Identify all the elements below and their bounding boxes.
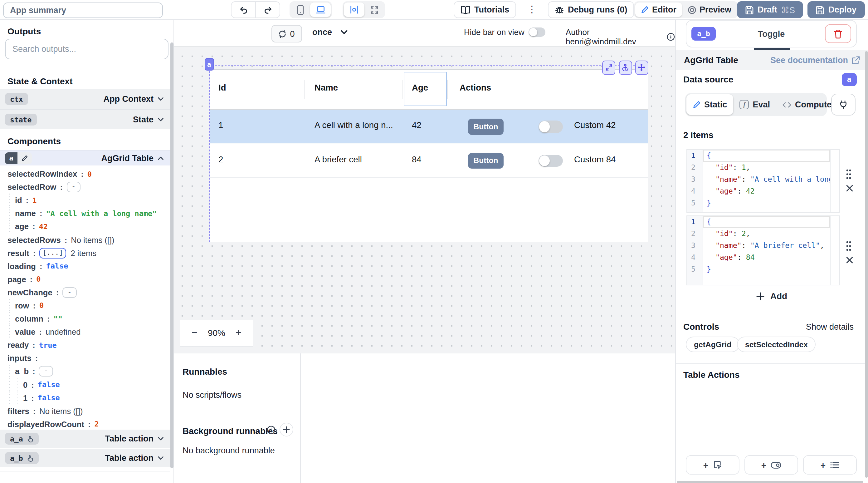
output-row[interactable]: page : 0 xyxy=(0,273,170,286)
undo-button[interactable] xyxy=(231,2,256,18)
app-summary-input[interactable] xyxy=(3,2,163,18)
more-menu-button[interactable]: ⋮ xyxy=(527,4,537,15)
output-expand-button[interactable]: - xyxy=(62,287,76,298)
center-align-button[interactable] xyxy=(344,2,365,17)
info-icon[interactable] xyxy=(666,32,675,41)
json-editor-item-1[interactable]: 1 { 2 "id": 1, 3 "name": "A cell with a … xyxy=(686,149,840,213)
output-row[interactable]: column : "" xyxy=(0,312,170,325)
mode-compute[interactable]: Compute xyxy=(776,94,838,115)
redo-button[interactable] xyxy=(256,2,280,18)
column-header-age[interactable]: Age xyxy=(412,83,428,92)
hide-bar-toggle[interactable] xyxy=(529,28,546,37)
horizontal-scrollbar[interactable] xyxy=(677,481,863,483)
output-row[interactable]: 0 : false xyxy=(0,378,170,391)
add-button-action-button[interactable]: + xyxy=(686,455,740,475)
output-row[interactable]: age : 42 xyxy=(0,220,170,233)
refresh-count-button[interactable]: 0 xyxy=(271,25,302,42)
editor-tab[interactable]: Editor xyxy=(635,2,682,17)
connect-button[interactable] xyxy=(831,94,855,115)
row-action-button[interactable]: Button xyxy=(468,153,503,169)
mode-static[interactable]: Static xyxy=(686,94,734,115)
deploy-button[interactable]: Deploy xyxy=(807,1,865,18)
output-row[interactable]: 1 : false xyxy=(0,391,170,404)
info-icon[interactable] xyxy=(266,425,276,434)
ctx-row[interactable]: ctx App Context xyxy=(0,89,170,109)
expand-canvas-button[interactable] xyxy=(365,2,384,17)
table-row[interactable]: 2 A briefer cell 84 Button Custom 84 xyxy=(209,144,647,178)
mode-static-label: Static xyxy=(704,100,727,109)
output-expand-button[interactable]: [...] xyxy=(39,248,66,258)
list-icon xyxy=(830,461,839,469)
mode-eval[interactable]: f Eval xyxy=(734,94,777,115)
component-move-button[interactable] xyxy=(635,60,648,75)
add-toggle-action-button[interactable]: + xyxy=(744,455,798,475)
zoom-out-button[interactable]: − xyxy=(192,328,197,339)
remove-item-button[interactable] xyxy=(845,256,854,264)
table-row[interactable]: 1 A cell with a long n... 42 Button Cust… xyxy=(209,110,647,144)
control-setselectedindex-button[interactable]: setSelectedIndex xyxy=(737,337,816,352)
add-select-action-button[interactable]: + xyxy=(803,455,857,475)
row-action-toggle[interactable] xyxy=(538,120,562,133)
output-row[interactable]: result : [...] 2 items xyxy=(0,246,170,259)
output-row[interactable]: selectedRow : - xyxy=(0,180,170,194)
output-row[interactable]: inputs : xyxy=(0,352,170,365)
chevron-down-icon xyxy=(157,435,164,442)
output-row[interactable]: loading : false xyxy=(0,259,170,273)
table-action-card[interactable]: Toggle a_b xyxy=(686,20,857,48)
output-expand-button[interactable]: - xyxy=(66,182,81,192)
add-background-runnable-button[interactable] xyxy=(279,423,293,436)
add-item-button[interactable]: Add xyxy=(676,291,868,301)
components-title: Components xyxy=(7,136,61,146)
show-details-link[interactable]: Show details xyxy=(806,322,854,332)
delete-action-button[interactable] xyxy=(825,24,851,43)
preview-icon xyxy=(688,5,696,14)
output-row[interactable]: displayedRowCount : 2 xyxy=(0,418,170,431)
refresh-mode-dropdown[interactable]: once xyxy=(312,27,348,37)
output-row[interactable]: value : undefined xyxy=(0,325,170,338)
component-header-row[interactable]: a AgGrid Table xyxy=(0,150,170,166)
output-row[interactable]: id : 1 xyxy=(0,194,170,207)
drag-handle-icon[interactable] xyxy=(845,169,855,180)
mode-eval-label: Eval xyxy=(753,100,770,109)
see-documentation-link[interactable]: See documentation xyxy=(770,55,860,65)
json-editor-item-2[interactable]: 1 { 2 "id": 2, 3 "name": "A briefer cell… xyxy=(686,216,840,285)
row-action-toggle[interactable] xyxy=(538,154,562,167)
edit-component-id-button[interactable] xyxy=(18,152,32,164)
table-action-row[interactable]: a_a Table action xyxy=(0,430,170,448)
remove-item-button[interactable] xyxy=(845,184,854,192)
control-getaggrid-button[interactable]: getAgGrid xyxy=(686,337,740,352)
component-anchor-button[interactable] xyxy=(619,60,632,75)
app-canvas[interactable]: a Id Name Age Actions 1 xyxy=(174,47,675,353)
output-row[interactable]: selectedRows : No items ([]) xyxy=(0,233,170,246)
preview-tab[interactable]: Preview xyxy=(682,2,737,17)
output-value: 2 xyxy=(95,420,99,429)
output-row[interactable]: name : "A cell with a long name" xyxy=(0,207,170,220)
output-value: "" xyxy=(54,314,62,323)
row-action-button[interactable]: Button xyxy=(468,119,503,135)
column-header-id[interactable]: Id xyxy=(218,83,226,92)
sidebar-scrollbar[interactable] xyxy=(170,42,173,468)
column-header-actions[interactable]: Actions xyxy=(460,83,491,92)
debug-runs-button[interactable]: Debug runs (0) xyxy=(548,1,634,18)
search-outputs-input[interactable] xyxy=(5,39,168,59)
draft-button[interactable]: Draft ⌘S xyxy=(737,1,803,18)
tutorials-button[interactable]: Tutorials xyxy=(454,1,516,18)
output-expand-button[interactable]: - xyxy=(39,366,53,377)
vertical-scrollbar[interactable] xyxy=(865,51,868,478)
mobile-view-button[interactable] xyxy=(291,2,310,17)
table-action-row[interactable]: a_b Table action xyxy=(0,449,170,467)
aggrid-table-component[interactable]: Id Name Age Actions 1 A cell with a long… xyxy=(209,69,647,242)
output-row[interactable]: row : 0 xyxy=(0,299,170,312)
cell-id: 1 xyxy=(218,120,223,130)
output-row[interactable]: newChange : - xyxy=(0,286,170,299)
drag-handle-icon[interactable] xyxy=(845,240,855,252)
desktop-view-button[interactable] xyxy=(310,2,331,17)
zoom-in-button[interactable]: + xyxy=(236,328,242,339)
output-row[interactable]: filters : No items ([]) xyxy=(0,404,170,418)
column-header-name[interactable]: Name xyxy=(314,83,338,92)
output-row[interactable]: ready : true xyxy=(0,338,170,351)
state-row[interactable]: state State xyxy=(0,109,170,129)
component-expand-button[interactable] xyxy=(602,60,615,75)
output-row[interactable]: a_b : - xyxy=(0,365,170,378)
output-row[interactable]: selectedRowIndex : 0 xyxy=(0,167,170,180)
